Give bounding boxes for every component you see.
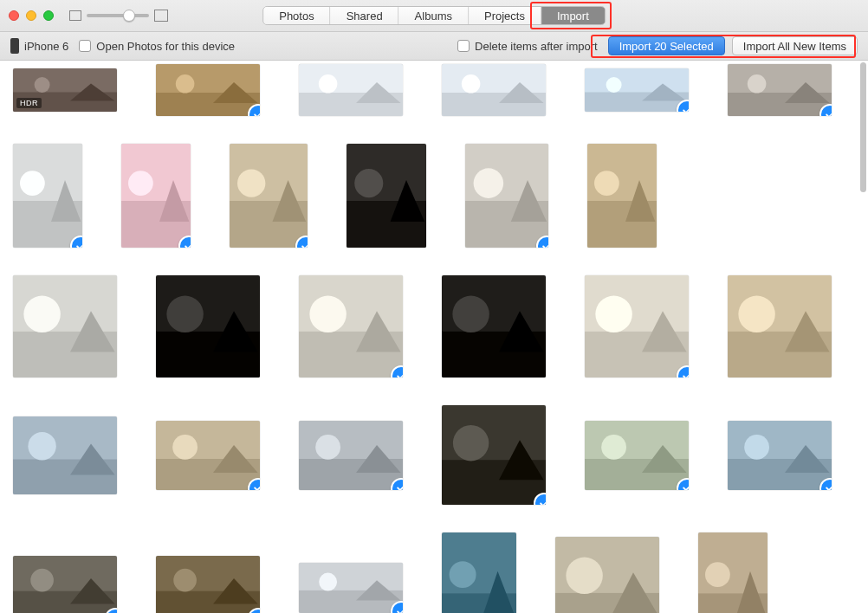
svg-point-62: [452, 296, 489, 332]
photo-thumbnail[interactable]: [156, 421, 260, 490]
open-photos-label: Open Photos for this device: [96, 40, 235, 53]
svg-point-82: [315, 435, 340, 460]
close-icon[interactable]: [9, 10, 19, 21]
photo-thumbnail[interactable]: [728, 275, 832, 377]
photo-thumbnail[interactable]: [156, 275, 260, 377]
svg-point-26: [20, 171, 45, 196]
svg-point-18: [606, 77, 622, 93]
svg-point-30: [128, 171, 153, 196]
svg-point-118: [705, 562, 730, 587]
photo-thumbnail[interactable]: [585, 421, 689, 490]
svg-point-54: [166, 296, 203, 332]
thumbnail-row: HDR: [13, 64, 859, 116]
zoom-slider-knob[interactable]: [123, 10, 135, 22]
photo-thumbnail[interactable]: [442, 405, 546, 505]
import-toolbar: iPhone 6 Open Photos for this device Del…: [0, 32, 868, 61]
svg-point-94: [744, 435, 769, 460]
svg-point-86: [453, 425, 489, 461]
photo-thumbnail[interactable]: [299, 563, 403, 613]
svg-point-46: [594, 171, 619, 196]
photo-thumbnail[interactable]: [156, 556, 260, 613]
minimize-icon[interactable]: [26, 10, 36, 21]
thumbnail-row: [13, 144, 859, 248]
zoom-large-icon[interactable]: [154, 10, 168, 22]
svg-point-106: [319, 573, 337, 591]
svg-point-22: [748, 74, 767, 94]
photo-thumbnail[interactable]: [465, 144, 548, 248]
svg-point-74: [28, 432, 55, 460]
svg-point-2: [35, 77, 50, 93]
import-selected-button[interactable]: Import 20 Selected: [608, 36, 725, 55]
svg-point-50: [23, 296, 60, 332]
view-tabs: PhotosSharedAlbumsProjectsImport: [262, 6, 606, 25]
photo-thumbnail[interactable]: [347, 144, 426, 248]
tab-import[interactable]: Import: [541, 7, 605, 24]
photo-thumbnail[interactable]: [585, 68, 689, 112]
photo-thumbnail[interactable]: [299, 275, 403, 377]
photo-thumbnail[interactable]: [585, 275, 689, 377]
thumbnail-grid: HDR: [0, 61, 859, 613]
svg-point-34: [237, 169, 265, 197]
svg-point-66: [595, 296, 632, 332]
svg-point-6: [176, 74, 195, 94]
svg-point-90: [601, 435, 626, 460]
thumbnail-zoom: [69, 10, 168, 22]
scrollbar-thumb[interactable]: [860, 62, 866, 192]
photo-thumbnail[interactable]: [442, 275, 546, 377]
photo-thumbnail[interactable]: [299, 64, 403, 116]
window-controls: [9, 10, 54, 21]
tab-projects[interactable]: Projects: [469, 7, 541, 24]
svg-point-78: [172, 435, 198, 460]
svg-point-58: [309, 296, 346, 332]
window-titlebar: PhotosSharedAlbumsProjectsImport: [0, 0, 868, 32]
tab-photos[interactable]: Photos: [263, 7, 330, 24]
svg-point-70: [738, 296, 774, 332]
photo-thumbnail[interactable]: HDR: [13, 68, 117, 112]
svg-point-98: [30, 569, 54, 592]
svg-point-102: [173, 569, 197, 592]
open-photos-checkbox[interactable]: [79, 40, 91, 52]
svg-point-38: [354, 169, 383, 197]
photo-thumbnail[interactable]: [156, 64, 260, 116]
photo-thumbnail[interactable]: [299, 421, 403, 490]
tab-albums[interactable]: Albums: [399, 7, 469, 24]
hdr-badge: HDR: [16, 98, 42, 108]
photo-thumbnail[interactable]: [121, 144, 191, 248]
zoom-small-icon[interactable]: [69, 10, 81, 21]
photo-thumbnail[interactable]: [13, 556, 117, 613]
import-all-button[interactable]: Import All New Items: [732, 36, 858, 55]
tab-shared[interactable]: Shared: [331, 7, 399, 24]
zoom-slider[interactable]: [87, 14, 149, 17]
photo-thumbnail[interactable]: [442, 64, 546, 116]
photo-thumbnail[interactable]: [13, 275, 117, 377]
delete-after-label: Delete items after import: [475, 40, 598, 53]
photo-thumbnail[interactable]: [587, 144, 657, 248]
svg-point-114: [566, 558, 602, 594]
photo-thumbnail[interactable]: [230, 144, 308, 248]
svg-point-110: [450, 561, 476, 588]
thumbnail-row: [13, 405, 859, 505]
svg-point-14: [462, 74, 481, 94]
photo-thumbnail[interactable]: [728, 421, 832, 490]
photo-thumbnail[interactable]: [728, 64, 832, 116]
svg-point-10: [319, 74, 338, 94]
photo-thumbnail[interactable]: [698, 532, 768, 613]
svg-point-42: [474, 168, 504, 198]
photo-thumbnail[interactable]: [555, 537, 659, 613]
thumbnail-row: [13, 532, 859, 613]
photo-thumbnail[interactable]: [13, 416, 117, 494]
fullscreen-icon[interactable]: [43, 10, 54, 21]
thumbnail-row: [13, 275, 859, 377]
photo-thumbnail[interactable]: [442, 532, 516, 613]
device-icon: [10, 38, 19, 54]
device-name: iPhone 6: [24, 40, 68, 53]
photo-thumbnail[interactable]: [13, 144, 82, 248]
delete-after-checkbox[interactable]: [457, 40, 470, 52]
